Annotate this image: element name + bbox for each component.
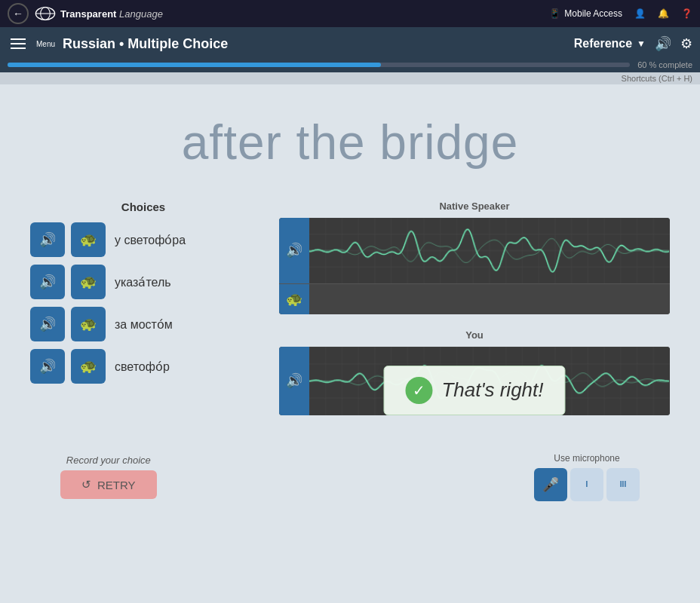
choice-row: 🔊 🐢 за мосто́м [30, 307, 256, 341]
question-icon: ❓ [681, 8, 692, 19]
choice-3-eye-button[interactable]: 🐢 [71, 307, 106, 341]
main-content: after the bridge Choices 🔊 🐢 у светофо́р… [0, 84, 700, 531]
account-icon[interactable]: 👤 [634, 8, 646, 19]
logo: Transparent Language [35, 6, 163, 21]
native-speaker-play-button[interactable]: 🔊 [279, 218, 309, 283]
choices-header: Choices [30, 200, 256, 213]
mic-level-low-button[interactable]: I [570, 468, 603, 501]
you-audio-block: 🔊 ✓ That's right! [279, 347, 670, 415]
native-speaker-label: Native Speaker [279, 200, 670, 212]
phrase-text: after the bridge [30, 115, 670, 170]
progress-text: 60 % complete [637, 60, 692, 69]
phrase-section: after the bridge [30, 99, 670, 200]
choice-3-play-button[interactable]: 🔊 [30, 307, 65, 341]
retry-button[interactable]: ↺ RETRY [60, 470, 157, 499]
mobile-icon: 📱 [549, 8, 560, 19]
progress-bar-fill [8, 63, 381, 67]
native-speaker-audio-block: 🔊 🐢 [279, 218, 670, 314]
native-speaker-slow-button[interactable]: 🐢 [279, 284, 309, 314]
microphone-button[interactable]: 🎤 [534, 468, 567, 501]
native-speaker-waveform [309, 218, 670, 283]
reference-label: Reference [574, 37, 632, 51]
you-label: You [279, 329, 670, 341]
use-mic-label: Use microphone [534, 453, 640, 464]
choice-row: 🔊 🐢 светофо́р [30, 349, 256, 384]
page-title: Russian • Multiple Choice [63, 36, 228, 52]
choice-1-eye-button[interactable]: 🐢 [71, 222, 106, 257]
choice-2-play-button[interactable]: 🔊 [30, 265, 65, 299]
notification-icon[interactable]: 🔔 [658, 8, 669, 19]
mic-level-high-button[interactable]: III [606, 468, 640, 501]
record-label: Record your choice [60, 455, 157, 466]
back-button[interactable]: ← [8, 3, 29, 24]
choice-4-eye-button[interactable]: 🐢 [71, 349, 106, 384]
choice-3-label: за мосто́м [112, 317, 256, 332]
correct-text: That's right! [441, 378, 543, 402]
choice-4-label: светофо́р [112, 360, 256, 374]
user-icon: 👤 [634, 8, 646, 19]
you-play-button[interactable]: 🔊 [279, 347, 309, 415]
mic-section: Use microphone 🎤 I III [534, 453, 640, 501]
menu-button[interactable] [8, 35, 29, 52]
shortcuts-hint: Shortcuts (Ctrl + H) [0, 72, 700, 84]
choice-4-play-button[interactable]: 🔊 [30, 349, 65, 384]
choice-2-label: указа́тель [112, 275, 256, 289]
choice-1-label: у светофо́ра [112, 233, 256, 247]
top-nav: ← Transparent Language 📱 Mobile Access 👤 [0, 0, 700, 27]
two-col-layout: Choices 🔊 🐢 у светофо́ра 🔊 🐢 указа́тель … [30, 200, 670, 430]
header-bar: Menu Russian • Multiple Choice Reference… [0, 27, 700, 60]
logo-icon [35, 6, 56, 21]
choices-column: Choices 🔊 🐢 у светофо́ра 🔊 🐢 указа́тель … [30, 200, 256, 430]
retry-icon: ↺ [81, 478, 91, 491]
audio-column: Native Speaker 🔊 🐢 You [279, 200, 670, 430]
logo-text: Transparent Language [60, 8, 163, 20]
chevron-down-icon: ▼ [637, 38, 646, 49]
choice-2-eye-button[interactable]: 🐢 [71, 265, 106, 299]
menu-label: Menu [36, 40, 55, 48]
record-section: Record your choice ↺ RETRY [60, 455, 157, 499]
mobile-access-link[interactable]: 📱 Mobile Access [549, 8, 622, 19]
correct-check-icon: ✓ [405, 377, 432, 404]
mic-controls: 🎤 I III [534, 468, 640, 501]
help-icon[interactable]: ❓ [681, 8, 692, 19]
reference-button[interactable]: Reference ▼ [574, 37, 646, 51]
choice-1-play-button[interactable]: 🔊 [30, 222, 65, 257]
progress-bar-bg [8, 63, 630, 67]
correct-overlay: ✓ That's right! [383, 366, 565, 415]
settings-button[interactable]: ⚙ [680, 35, 692, 52]
bell-icon: 🔔 [658, 8, 669, 19]
choice-row: 🔊 🐢 указа́тель [30, 265, 256, 299]
retry-label: RETRY [97, 479, 136, 491]
progress-bar-container: 60 % complete [0, 60, 700, 72]
choice-row: 🔊 🐢 у светофо́ра [30, 222, 256, 257]
speaker-button[interactable]: 🔊 [655, 35, 671, 52]
bottom-controls: Record your choice ↺ RETRY Use microphon… [30, 438, 670, 516]
